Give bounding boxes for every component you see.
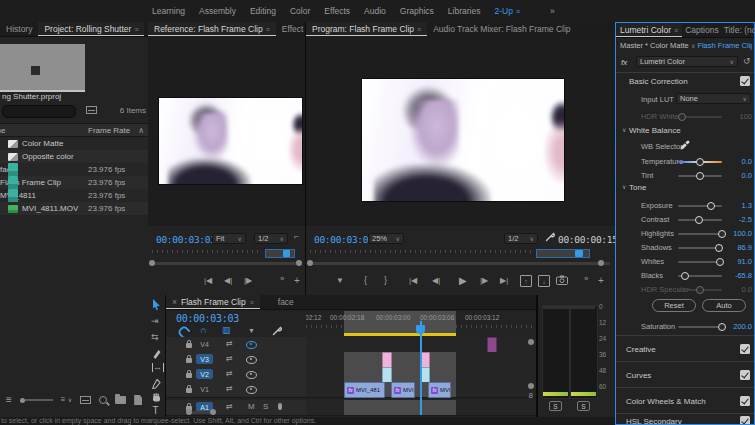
lock-icon[interactable] [186,388,192,393]
tab-title[interactable]: Title: (nc [722,23,754,37]
mark-in-button[interactable]: { [364,276,367,285]
sync-lock-icon[interactable]: ⇄ [226,385,233,393]
find-icon[interactable] [99,396,107,404]
reference-timecode[interactable]: 00:00:03:03 [156,234,216,245]
timeline-timecode[interactable]: 00:00:03:03 [176,313,239,324]
creative-section[interactable]: Creative [616,335,754,362]
reference-zoom-handle[interactable] [283,250,290,257]
slider-knob[interactable] [678,113,686,121]
timeline-vscrollbar[interactable]: 8 [527,337,535,415]
play-button[interactable]: ▶ [459,276,467,286]
project-row-flash-frame-clip[interactable]: Flash Frame Clip 23.976 fps [0,176,148,189]
voiceover-mic-icon[interactable] [278,403,282,410]
sort-order-icon[interactable]: ≡ ∨ [61,396,72,404]
clip-v3-pink-1[interactable] [382,352,392,368]
track-badge-v2[interactable]: V2 [196,369,213,379]
program-scrub-handle-left[interactable] [307,260,313,266]
project-row-color-matte[interactable]: Color Matte [0,137,148,150]
reference-scrubber[interactable] [150,262,302,265]
clip-v4-purple[interactable] [487,337,497,353]
work-area-bar[interactable] [344,333,456,336]
workspace-tab-2up[interactable]: 2-Up ≡ [494,6,520,16]
clip-v2-cyan-1[interactable] [382,367,392,383]
sync-lock-icon[interactable]: ⇄ [226,340,233,348]
panel-menu-icon[interactable]: ≡ [674,27,678,34]
tab-program[interactable]: Program: Flash Frame Clip ≡ [306,22,427,36]
tab-sequence-face[interactable]: face [272,295,300,309]
add-marker-button[interactable]: ▼ [336,277,344,285]
type-tool[interactable]: T [153,406,159,416]
linked-selection-icon[interactable]: ∩ [200,326,206,335]
hscroll-handle-right[interactable] [210,409,216,415]
eyedropper-icon[interactable] [680,140,690,150]
slider-knob[interactable] [707,202,715,210]
project-search-input[interactable] [2,105,76,118]
hdr-specular-slider[interactable] [678,289,722,291]
project-row-mvi-4811-mov[interactable]: MVI_4811.MOV 23.976 fps [0,202,148,215]
clip-mvi-4811-2[interactable]: fxMVI_ [391,382,415,398]
lock-icon[interactable] [186,358,192,363]
step-forward-button[interactable]: |▶ [244,277,252,285]
tab-lumetri-color[interactable]: Lumetri Color ≡ [616,23,682,37]
timeline-settings-icon[interactable]: ▥ [222,326,231,335]
column-name[interactable]: Name [0,126,5,135]
pen-tool[interactable] [152,379,161,389]
blacks-slider[interactable] [678,275,722,277]
mute-button[interactable]: M [248,403,255,411]
add-marker-icon[interactable]: ▼ [248,327,255,334]
workspace-tab-libraries[interactable]: Libraries [448,6,481,16]
zoom-slider[interactable] [20,398,53,403]
tint-slider[interactable] [678,175,722,177]
tab-effect-controls[interactable]: Effect Contro [276,22,305,36]
sync-lock-icon[interactable]: ⇄ [226,370,233,378]
tab-reference[interactable]: Reference: Flash Frame Clip ≡ [148,22,276,36]
track-output-eye-icon[interactable] [246,341,257,349]
whites-slider[interactable] [678,261,722,263]
mark-out-button[interactable]: } [384,276,387,285]
clip-v2-cyan-2[interactable] [421,367,430,383]
tab-audio-track-mixer[interactable]: Audio Track Mixer: Flash Frame Clip [427,22,576,36]
track-output-eye-icon[interactable] [246,356,257,364]
workspace-tab-color[interactable]: Color [290,6,310,16]
workspace-menu-icon[interactable]: ≡ [516,8,520,15]
clip-reference-link[interactable]: Flash Frame Clip * Color. [697,41,752,50]
master-clip-selector[interactable]: Master * Color Matte ∨ [620,41,695,50]
panel-menu-icon[interactable]: ≡ [417,26,421,33]
tab-sequence-flash-frame-clip[interactable]: × Flash Frame Clip ≡ [166,295,260,309]
saturation-slider[interactable] [678,326,722,328]
track-height-toggle[interactable]: 8 [529,391,533,400]
workspace-tab-effects[interactable]: Effects [324,6,350,16]
go-to-in-button[interactable]: |◀ [204,277,212,285]
slider-knob[interactable] [696,158,704,166]
clip-mvi-4811-1[interactable]: fxMVI_481 [344,382,385,398]
temperature-slider[interactable] [678,161,722,163]
lock-icon[interactable] [186,373,192,378]
reference-fit-dropdown[interactable]: Fit∨ [212,233,246,244]
workspace-tab-graphics[interactable]: Graphics [400,6,434,16]
panel-menu-icon[interactable]: ≡ [134,26,138,33]
add-button[interactable]: + [598,276,604,286]
reference-zoom-bar[interactable] [265,249,295,258]
slider-knob[interactable] [696,286,704,294]
shadows-slider[interactable] [678,247,722,249]
lock-icon[interactable] [186,343,192,348]
program-zoom-dropdown[interactable]: 25%∨ [368,233,404,244]
sort-caret-icon[interactable]: ∧ [138,126,144,135]
input-lut-dropdown[interactable]: None∨ [676,93,751,104]
project-preview-thumbnail[interactable] [0,44,85,92]
project-row-mvi-4811[interactable]: MVI_4811 23.976 fps [0,189,148,202]
track-badge-v3[interactable]: V3 [196,354,213,364]
workspace-tab-editing[interactable]: Editing [250,6,276,16]
auto-button[interactable]: Auto [702,299,746,312]
playhead-handle[interactable] [416,325,425,334]
vscroll-handle-top[interactable] [528,339,534,345]
vscroll-handle-bottom[interactable] [528,383,534,389]
clip-mvi-4811-3[interactable]: fxMVI_ [428,382,451,398]
step-forward-button[interactable]: |▶ [480,277,488,285]
curves-section[interactable]: Curves [616,361,754,388]
program-timecode[interactable]: 00:00:03:03 [314,234,374,245]
export-frame-camera-icon[interactable] [556,275,568,285]
track-output-eye-icon[interactable] [246,386,257,394]
track-output-eye-icon[interactable] [246,371,257,379]
track-v1-header[interactable]: V1 ⇄ [166,382,307,397]
